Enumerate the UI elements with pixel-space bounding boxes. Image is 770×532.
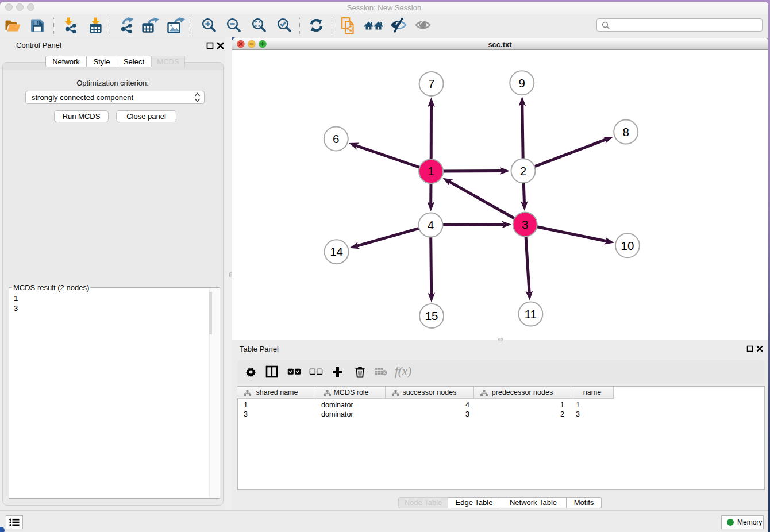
svg-text:15: 15 [425, 309, 438, 322]
svg-text:7: 7 [428, 77, 434, 90]
svg-text:8: 8 [622, 125, 629, 138]
svg-text:10: 10 [621, 239, 634, 252]
svg-text:6: 6 [333, 132, 339, 145]
svg-text:3: 3 [522, 218, 528, 231]
svg-text:1: 1 [428, 164, 434, 178]
svg-text:9: 9 [519, 76, 525, 90]
svg-text:2: 2 [520, 164, 526, 178]
svg-text:14: 14 [330, 245, 343, 258]
svg-text:11: 11 [525, 307, 537, 321]
svg-text:4: 4 [428, 218, 434, 232]
